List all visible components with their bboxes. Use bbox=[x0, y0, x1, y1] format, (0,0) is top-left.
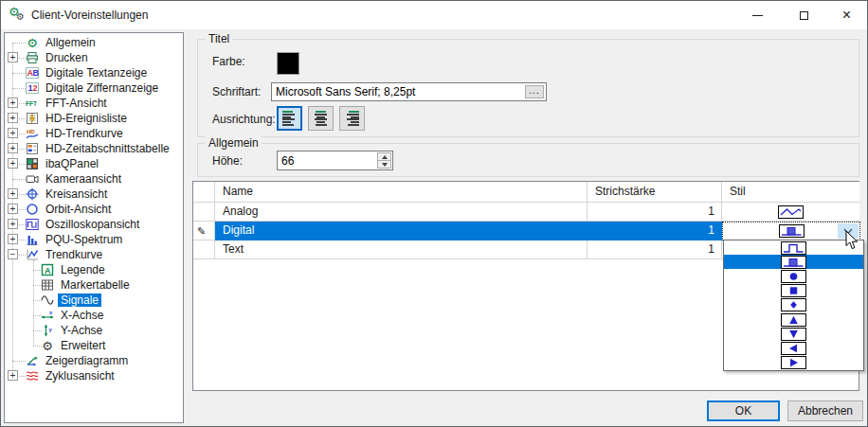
cell-name-text[interactable]: Text bbox=[215, 240, 588, 259]
tree-item-label[interactable]: Y-Achse bbox=[58, 324, 105, 337]
expand-plus-icon[interactable]: + bbox=[8, 204, 18, 214]
tree-item-label[interactable]: Signale bbox=[58, 294, 101, 307]
stil-option-diamond[interactable] bbox=[724, 298, 863, 312]
stil-option-square[interactable] bbox=[724, 284, 863, 298]
tree-item-label[interactable]: Orbit-Ansicht bbox=[43, 203, 114, 216]
row-header-digital[interactable]: ✎ bbox=[193, 222, 215, 240]
schriftart-browse-button[interactable]: ... bbox=[525, 85, 544, 98]
tree-item-pqu-spektrum[interactable]: +PQU-Spektrum bbox=[5, 232, 183, 247]
tree-item-hd-zeitabschnittstabelle[interactable]: +HD-Zeitabschnittstabelle bbox=[5, 141, 183, 156]
tree-item-drucken[interactable]: +Drucken bbox=[5, 50, 183, 65]
tree-item-erweitert[interactable]: ⚙Erweitert bbox=[5, 338, 183, 353]
stil-option-triangle-down[interactable] bbox=[724, 327, 863, 341]
tree-item-legende[interactable]: ALegende bbox=[5, 262, 183, 277]
tree-item-label[interactable]: FFT-Ansicht bbox=[43, 97, 110, 110]
titlebar[interactable]: ⚙⚙ Client-Voreinstellungen × bbox=[1, 1, 867, 29]
oszilloskop-icon bbox=[26, 218, 39, 231]
align-left-button[interactable] bbox=[277, 106, 302, 131]
tree-item-label[interactable]: Zeigerdiagramm bbox=[43, 354, 131, 367]
close-button[interactable]: × bbox=[826, 1, 867, 29]
tree-item-hd-ereignisliste[interactable]: +HD-Ereignisliste bbox=[5, 111, 183, 126]
tree-item-y-achse[interactable]: yY-Achse bbox=[5, 323, 183, 338]
hoehe-spin-up-button[interactable] bbox=[377, 152, 391, 161]
expand-plus-icon[interactable]: + bbox=[8, 188, 18, 199]
gear-green-icon: ⚙ bbox=[26, 36, 39, 49]
cell-name-digital[interactable]: Digital bbox=[215, 222, 588, 240]
tree-item-allgemein[interactable]: ⚙Allgemein bbox=[5, 35, 183, 50]
farbe-swatch[interactable] bbox=[277, 52, 299, 75]
tree-item-ibaqpanel[interactable]: +ibaQPanel bbox=[5, 156, 183, 171]
tree-item-label[interactable]: Zyklusansicht bbox=[43, 369, 118, 383]
tree-item-x-achse[interactable]: xX-Achse bbox=[5, 308, 183, 323]
stil-option-triangle-right[interactable] bbox=[724, 356, 863, 370]
expand-plus-icon[interactable]: + bbox=[8, 219, 18, 229]
expand-plus-icon[interactable]: + bbox=[8, 143, 18, 153]
tree-item-label[interactable]: Oszilloskopansicht bbox=[43, 218, 142, 231]
tree-connector bbox=[12, 43, 26, 44]
expand-plus-icon[interactable]: + bbox=[8, 158, 18, 169]
column-header-strichstaerke[interactable]: Strichstärke bbox=[588, 182, 722, 203]
tree-item-label[interactable]: HD-Trendkurve bbox=[43, 127, 126, 140]
row-header-analog[interactable] bbox=[193, 203, 215, 222]
stil-option-step-filled[interactable] bbox=[724, 255, 863, 269]
cell-stil-digital[interactable] bbox=[722, 222, 860, 240]
tree-item-zyklusansicht[interactable]: +Zyklusansicht bbox=[5, 368, 183, 383]
tree-item-orbit-ansicht[interactable]: +Orbit-Ansicht bbox=[5, 202, 183, 217]
tree-item-digitale-ziffernanzeige[interactable]: 12Digitale Ziffernanzeige bbox=[5, 80, 183, 96]
tree-item-oszilloskopansicht[interactable]: +Oszilloskopansicht bbox=[5, 217, 183, 232]
tree-item-label[interactable]: HD-Zeitabschnittstabelle bbox=[43, 142, 172, 155]
cell-strichstaerke-digital[interactable]: 1 bbox=[588, 222, 722, 240]
cell-stil-analog[interactable] bbox=[722, 203, 859, 222]
tree-item-label[interactable]: Kreisansicht bbox=[43, 187, 110, 201]
tree-item-label[interactable]: Digitale Textanzeige bbox=[43, 66, 150, 80]
svg-text:y: y bbox=[49, 327, 53, 332]
cell-name-analog[interactable]: Analog bbox=[215, 203, 588, 222]
minimize-button[interactable] bbox=[735, 1, 779, 29]
stil-option-circle[interactable] bbox=[724, 269, 863, 283]
tree-item-label[interactable]: HD-Ereignisliste bbox=[43, 112, 130, 125]
tree-item-label[interactable]: Kameraansicht bbox=[43, 172, 124, 186]
column-header-name[interactable]: Name bbox=[215, 182, 588, 203]
cell-strichstaerke-text[interactable]: 1 bbox=[588, 240, 722, 259]
tree-item-label[interactable]: Digitale Ziffernanzeige bbox=[43, 81, 161, 95]
tree-item-label[interactable]: Allgemein bbox=[43, 36, 99, 49]
tree-item-kreisansicht[interactable]: +Kreisansicht bbox=[5, 187, 183, 202]
tree-item-hd-trendkurve[interactable]: +HDHD-Trendkurve bbox=[5, 126, 183, 141]
tree-item-label[interactable]: Trendkurve bbox=[43, 248, 105, 261]
expand-plus-icon[interactable]: + bbox=[8, 98, 18, 108]
collapse-minus-icon[interactable]: − bbox=[8, 249, 18, 259]
expand-plus-icon[interactable]: + bbox=[8, 370, 18, 381]
tree-item-label[interactable]: Markertabelle bbox=[58, 278, 133, 292]
maximize-button[interactable] bbox=[782, 1, 825, 29]
tree-item-label[interactable]: Legende bbox=[58, 263, 108, 276]
tree-item-kameraansicht[interactable]: Kameraansicht bbox=[5, 171, 183, 187]
stil-option-step-outline[interactable] bbox=[724, 240, 863, 255]
column-header-stil[interactable]: Stil bbox=[722, 182, 859, 203]
tree-item-label[interactable]: PQU-Spektrum bbox=[43, 233, 125, 246]
hoehe-spin-down-button[interactable] bbox=[377, 161, 391, 169]
expand-plus-icon[interactable]: + bbox=[8, 113, 18, 123]
ok-button[interactable]: OK bbox=[707, 400, 780, 421]
stil-option-triangle-left[interactable] bbox=[724, 342, 863, 356]
tree-item-label[interactable]: ibaQPanel bbox=[43, 157, 101, 170]
tree-item-trendkurve[interactable]: −Trendkurve bbox=[5, 247, 183, 262]
align-right-button[interactable] bbox=[339, 106, 365, 131]
expand-plus-icon[interactable]: + bbox=[8, 128, 18, 138]
align-center-button[interactable] bbox=[308, 106, 334, 131]
expand-plus-icon[interactable]: + bbox=[8, 234, 18, 244]
tree-item-label[interactable]: Erweitert bbox=[58, 339, 108, 352]
tree-item-digitale-textanzeige[interactable]: ABDigitale Textanzeige bbox=[5, 65, 183, 80]
tree-item-fft-ansicht[interactable]: +FFTFFT-Ansicht bbox=[5, 96, 183, 111]
hoehe-input[interactable] bbox=[280, 152, 371, 169]
tree-item-signale[interactable]: Signale bbox=[5, 293, 183, 308]
cell-strichstaerke-analog[interactable]: 1 bbox=[588, 203, 722, 222]
tree-item-label[interactable]: X-Achse bbox=[58, 309, 106, 322]
row-header-text[interactable] bbox=[193, 240, 215, 259]
tree-item-zeigerdiagramm[interactable]: Zeigerdiagramm bbox=[5, 353, 183, 368]
tree-item-markertabelle[interactable]: Markertabelle bbox=[5, 277, 183, 293]
stil-option-triangle-up[interactable] bbox=[724, 312, 863, 327]
expand-plus-icon[interactable]: + bbox=[8, 52, 18, 62]
cancel-button[interactable]: Abbrechen bbox=[787, 400, 863, 421]
tree-item-label[interactable]: Drucken bbox=[43, 51, 91, 64]
schriftart-input[interactable] bbox=[274, 84, 522, 99]
